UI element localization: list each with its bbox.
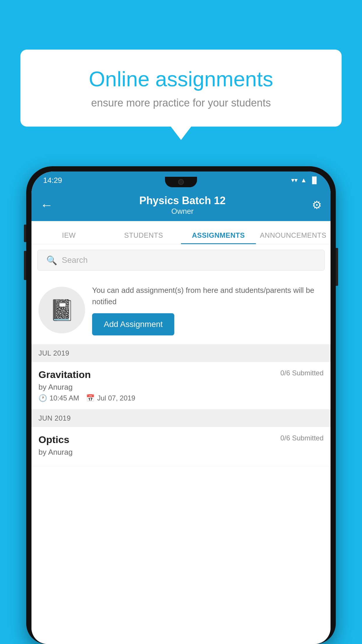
phone-frame: 14:29 ▾▾ ▲ ▐▌ ← Physics Batch 12 Owner ⚙… (26, 166, 336, 644)
battery-icon: ▐▌ (310, 176, 319, 184)
section-header-jun: JUN 2019 (31, 410, 331, 427)
power-button[interactable] (336, 248, 338, 286)
header-title-group: Physics Batch 12 Owner (139, 195, 226, 216)
assignment-date-gravitation: 📅 Jul 07, 2019 (86, 394, 135, 402)
tab-assignments[interactable]: ASSIGNMENTS (181, 231, 256, 244)
phone-notch (165, 177, 197, 187)
back-button[interactable]: ← (40, 198, 53, 212)
status-time: 14:29 (43, 176, 62, 185)
volume-up-button[interactable] (24, 225, 26, 242)
speech-bubble-subtitle: ensure more practice for your students (41, 97, 321, 109)
status-icons: ▾▾ ▲ ▐▌ (291, 176, 319, 184)
promo-description: You can add assignment(s) from here and … (92, 285, 324, 307)
header-title: Physics Batch 12 (139, 195, 226, 207)
add-assignment-button[interactable]: Add Assignment (92, 313, 174, 335)
assignment-row-top-optics: Optics 0/6 Submitted (38, 434, 324, 445)
promo-content: You can add assignment(s) from here and … (92, 285, 324, 335)
assignment-gravitation[interactable]: Gravitation 0/6 Submitted by Anurag 🕐 10… (31, 362, 331, 410)
search-bar[interactable]: 🔍 Search (37, 250, 325, 271)
promo-icon-circle: 📓 (38, 287, 85, 333)
content-area: 🔍 Search 📓 You can add assignment(s) fro… (31, 244, 331, 644)
calendar-icon: 📅 (86, 394, 95, 402)
speech-bubble-title: Online assignments (41, 67, 321, 91)
assignment-title-optics: Optics (38, 434, 69, 445)
assignment-row-top: Gravitation 0/6 Submitted (38, 369, 324, 380)
assignment-time-gravitation: 🕐 10:45 AM (38, 394, 79, 402)
assignment-submitted-optics: 0/6 Submitted (280, 434, 324, 442)
tab-students[interactable]: STUDENTS (106, 231, 181, 244)
app-header: ← Physics Batch 12 Owner ⚙ (31, 189, 331, 221)
assignment-author-optics: by Anurag (38, 448, 324, 457)
section-header-jul: JUL 2019 (31, 344, 331, 362)
assignment-title-gravitation: Gravitation (38, 369, 91, 380)
signal-icon: ▲ (301, 176, 307, 184)
wifi-icon: ▾▾ (291, 176, 298, 184)
tab-announcements[interactable]: ANNOUNCEMENTS (256, 231, 331, 244)
header-subtitle: Owner (139, 207, 226, 216)
assignment-author-gravitation: by Anurag (38, 383, 324, 392)
search-icon: 🔍 (46, 255, 57, 265)
search-container: 🔍 Search (31, 244, 331, 276)
promo-section: 📓 You can add assignment(s) from here an… (31, 276, 331, 344)
clock-icon: 🕐 (38, 394, 47, 402)
settings-icon[interactable]: ⚙ (312, 199, 322, 211)
phone-screen: 14:29 ▾▾ ▲ ▐▌ ← Physics Batch 12 Owner ⚙… (31, 172, 331, 644)
front-camera (178, 179, 184, 185)
search-placeholder: Search (62, 256, 88, 265)
assignment-submitted-gravitation: 0/6 Submitted (280, 369, 324, 377)
speech-bubble-wrapper: Online assignments ensure more practice … (20, 50, 342, 127)
speech-bubble: Online assignments ensure more practice … (20, 50, 342, 127)
assignment-optics[interactable]: Optics 0/6 Submitted by Anurag (31, 427, 331, 466)
tabs-bar: IEW STUDENTS ASSIGNMENTS ANNOUNCEMENTS (31, 221, 331, 244)
assignment-meta-gravitation: 🕐 10:45 AM 📅 Jul 07, 2019 (38, 394, 324, 402)
notebook-icon: 📓 (49, 298, 75, 322)
volume-down-button[interactable] (24, 251, 26, 280)
tab-iew[interactable]: IEW (31, 231, 106, 244)
